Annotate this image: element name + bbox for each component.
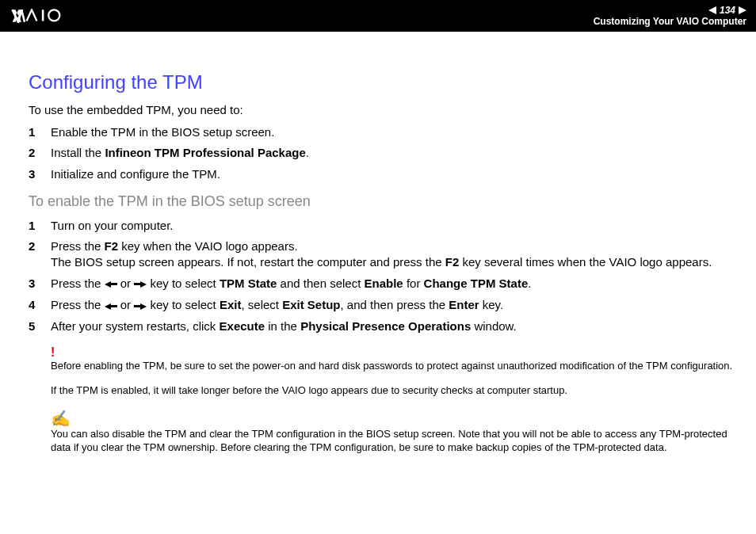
step-text: Initialize and configure the TPM. xyxy=(51,166,734,182)
note-icon: ✍ xyxy=(51,409,734,428)
warning-icon: ! xyxy=(51,345,734,360)
arrow-left-icon xyxy=(105,298,117,314)
arrow-right-icon xyxy=(134,276,147,292)
step-text: Enable the TPM in the BIOS setup screen. xyxy=(51,124,734,140)
step-text: After your system restarts, click Execut… xyxy=(51,318,734,334)
warning-text-1: Before enabling the TPM, be sure to set … xyxy=(51,360,734,373)
warning-text-2: If the TPM is enabled, it will take long… xyxy=(51,384,734,398)
step-number: 4 xyxy=(29,297,51,314)
svg-point-1 xyxy=(48,10,59,21)
arrow-left-icon xyxy=(105,276,117,292)
step-text: Press the or key to select Exit, select … xyxy=(51,297,734,314)
page-content: Configuring the TPM To use the embedded … xyxy=(0,32,756,482)
step-number: 1 xyxy=(29,124,51,140)
list-item: 2Press the F2 key when the VAIO logo app… xyxy=(29,238,734,271)
step-number: 3 xyxy=(29,166,51,182)
step-number: 3 xyxy=(29,276,51,292)
step-text: Press the F2 key when the VAIO logo appe… xyxy=(51,238,734,271)
steps-list-b: 1Turn on your computer.2Press the F2 key… xyxy=(29,218,734,334)
list-item: 1Turn on your computer. xyxy=(29,218,734,234)
section-title: Customizing Your VAIO Computer xyxy=(594,16,746,27)
step-number: 5 xyxy=(29,318,51,334)
prev-page-icon[interactable] xyxy=(708,6,716,14)
step-number: 2 xyxy=(29,145,51,161)
arrow-right-icon xyxy=(134,298,147,314)
page-number: 134 xyxy=(720,5,735,16)
list-item: 3Press the or key to select TPM State an… xyxy=(29,276,734,292)
intro-text: To use the embedded TPM, you need to: xyxy=(29,103,734,116)
list-item: 4Press the or key to select Exit, select… xyxy=(29,297,734,314)
vaio-logo xyxy=(10,9,97,23)
step-text: Install the Infineon TPM Professional Pa… xyxy=(51,145,734,161)
list-item: 2Install the Infineon TPM Professional P… xyxy=(29,145,734,161)
header-bar: 134 Customizing Your VAIO Computer xyxy=(0,0,756,32)
steps-list-a: 1Enable the TPM in the BIOS setup screen… xyxy=(29,124,734,182)
list-item: 1Enable the TPM in the BIOS setup screen… xyxy=(29,124,734,140)
next-page-icon[interactable] xyxy=(739,6,746,14)
subheading: To enable the TPM in the BIOS setup scre… xyxy=(29,193,734,210)
list-item: 5After your system restarts, click Execu… xyxy=(29,318,734,334)
step-number: 2 xyxy=(29,238,51,271)
step-text: Press the or key to select TPM State and… xyxy=(51,276,734,292)
step-number: 1 xyxy=(29,218,51,234)
tip-text: You can also disable the TPM and clear t… xyxy=(51,428,734,455)
list-item: 3Initialize and configure the TPM. xyxy=(29,166,734,182)
page-title: Configuring the TPM xyxy=(29,71,734,93)
step-text: Turn on your computer. xyxy=(51,218,734,234)
page-nav: 134 xyxy=(708,5,746,16)
header-right: 134 Customizing Your VAIO Computer xyxy=(594,5,746,27)
svg-rect-0 xyxy=(42,10,44,21)
